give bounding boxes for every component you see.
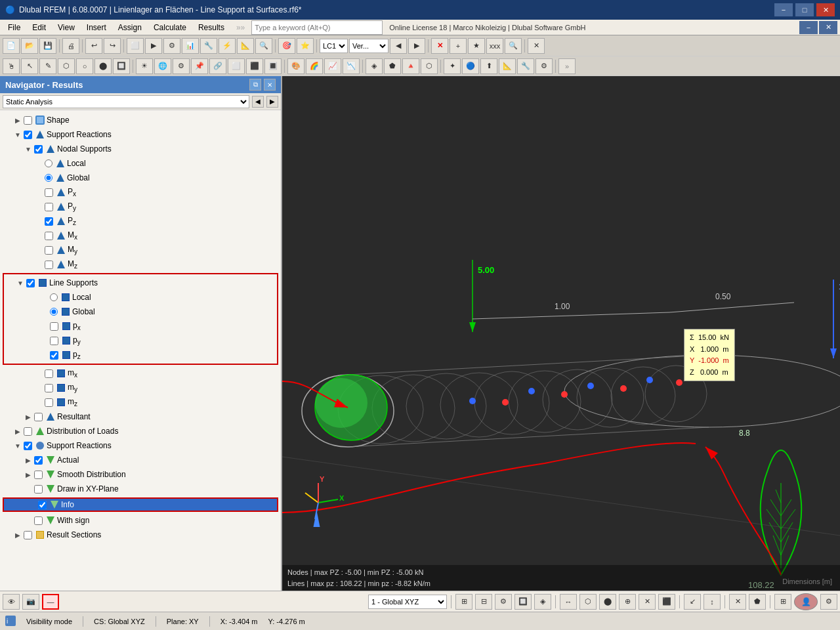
tb-open[interactable]: 📂 — [21, 38, 38, 54]
tb2-12[interactable]: 🔗 — [209, 58, 226, 74]
tree-node-smooth-dist[interactable]: ▶ Smooth Distribution — [0, 467, 281, 482]
tree-node-line-global[interactable]: Global — [5, 304, 276, 319]
tree-node-shape[interactable]: ▶ Shape — [0, 113, 281, 127]
cb-px[interactable] — [45, 188, 53, 197]
cb-draw-xy[interactable] — [34, 485, 43, 494]
search-input[interactable] — [251, 20, 383, 35]
tb-4[interactable]: 📊 — [182, 38, 199, 54]
tb2-26[interactable]: ⬆ — [480, 58, 497, 74]
tree-node-line-mz[interactable]: mz — [0, 395, 281, 410]
tb2-22[interactable]: 🔺 — [402, 58, 419, 74]
menu-results[interactable]: Results — [193, 22, 230, 33]
tb-bottom-9[interactable]: ⊕ — [619, 594, 636, 610]
tree-node-mx[interactable]: Mx — [0, 228, 281, 243]
filter-select[interactable]: Static Analysis — [3, 95, 249, 108]
radio-global[interactable] — [45, 174, 52, 182]
cb-line-my[interactable] — [45, 384, 53, 392]
tree-node-local[interactable]: Local — [0, 156, 281, 171]
tb-1[interactable]: ⬜ — [127, 38, 144, 54]
cb-nodal-supports[interactable] — [34, 145, 43, 154]
tb-x[interactable]: ✕ — [431, 38, 448, 54]
cb-actual[interactable] — [34, 456, 43, 465]
tb2-29[interactable]: ⚙ — [536, 58, 553, 74]
minimize-button[interactable]: − — [774, 3, 793, 16]
tb2-16[interactable]: 🎨 — [287, 58, 304, 74]
expand-result-sections[interactable]: ▶ — [13, 530, 22, 539]
tb-5[interactable]: 🔧 — [200, 38, 217, 54]
tb-bottom-15[interactable]: ⬟ — [749, 594, 766, 610]
viewport[interactable]: Visibility mode LC1 - Vertikallast / Ver… — [282, 76, 840, 591]
tb2-14[interactable]: ⬛ — [246, 58, 263, 74]
cb-line-mx[interactable] — [45, 369, 53, 378]
version-select[interactable]: Ver... — [349, 39, 388, 53]
tb-prev[interactable]: ◀ — [390, 38, 407, 54]
cb-line-supports[interactable] — [26, 279, 35, 287]
tb-bottom-14[interactable]: ✕ — [729, 594, 746, 610]
bottom-eye-btn[interactable]: 👁 — [3, 594, 20, 610]
menu-view[interactable]: View — [52, 22, 80, 33]
tree-node-line-local[interactable]: Local — [5, 290, 276, 304]
cb-pz[interactable] — [45, 217, 53, 226]
tree-node-support-reactions-2[interactable]: ▼ Support Reactions — [0, 438, 281, 453]
panel-restore-btn[interactable]: ⧉ — [249, 79, 261, 91]
tb-bottom-6[interactable]: ↔ — [560, 594, 577, 610]
tb-undo[interactable]: ↩ — [85, 38, 102, 54]
tb2-11[interactable]: 📌 — [191, 58, 208, 74]
tree-node-resultant[interactable]: ▶ Resultant — [0, 410, 281, 424]
tb-9[interactable]: 🎯 — [278, 38, 295, 54]
cb-line-pz[interactable] — [50, 351, 58, 360]
radio-line-global[interactable] — [50, 308, 58, 316]
tb2-15[interactable]: 🔳 — [264, 58, 282, 74]
expand-nodal-supports[interactable]: ▼ — [24, 144, 33, 154]
tree-node-pz[interactable]: Pz — [0, 214, 281, 228]
cb-info[interactable] — [38, 501, 47, 509]
tb2-20[interactable]: ◈ — [366, 58, 383, 74]
tree-node-py[interactable]: Py — [0, 200, 281, 214]
expand-resultant[interactable]: ▶ — [24, 412, 33, 421]
cb-mx[interactable] — [45, 232, 53, 240]
tree-node-result-sections[interactable]: ▶ Result Sections — [0, 528, 281, 542]
tree-node-line-mx[interactable]: mx — [0, 366, 281, 381]
tree-node-my[interactable]: My — [0, 243, 281, 257]
tree-node-support-reactions[interactable]: ▼ Support Reactions — [0, 127, 281, 142]
tree-node-mz[interactable]: Mz — [0, 257, 281, 272]
bottom-camera-btn[interactable]: 📷 — [22, 594, 39, 610]
tb-bottom-17[interactable]: ⚙ — [820, 594, 837, 610]
tb2-9[interactable]: 🌐 — [154, 58, 171, 74]
expand-line-supports[interactable]: ▼ — [16, 278, 25, 287]
menu-calculate[interactable]: Calculate — [148, 22, 192, 33]
cb-support-reactions-2[interactable] — [24, 442, 32, 450]
tb-new[interactable]: 📄 — [3, 38, 20, 54]
tb2-8[interactable]: ☀ — [136, 58, 153, 74]
tb2-3[interactable]: ✎ — [39, 58, 56, 74]
cb-line-mz[interactable] — [45, 398, 53, 407]
tb2-24[interactable]: ✦ — [444, 58, 461, 74]
cb-with-sign[interactable] — [34, 516, 43, 525]
tb2-7[interactable]: 🔲 — [113, 58, 130, 74]
tb-add[interactable]: + — [450, 38, 467, 54]
expand-support-reactions[interactable]: ▼ — [13, 130, 22, 139]
tb-next[interactable]: ▶ — [408, 38, 425, 54]
tree-node-nodal-supports[interactable]: ▼ Nodal Supports — [0, 142, 281, 156]
tb2-2[interactable]: ↖ — [21, 58, 38, 74]
tb2-17[interactable]: 🌈 — [306, 58, 323, 74]
tree-node-line-px[interactable]: px — [5, 319, 276, 333]
expand-distribution[interactable]: ▶ — [13, 427, 22, 436]
tb-save[interactable]: 💾 — [39, 38, 56, 54]
load-case-select[interactable]: LC1 — [320, 39, 348, 53]
tb-7[interactable]: 📐 — [237, 38, 254, 54]
tb2-5[interactable]: ○ — [76, 58, 93, 74]
tb2-18[interactable]: 📈 — [324, 58, 341, 74]
cb-mz[interactable] — [45, 261, 53, 269]
tb-bottom-2[interactable]: ⊟ — [475, 594, 492, 610]
tb-bottom-5[interactable]: ◈ — [534, 594, 551, 610]
cb-smooth-dist[interactable] — [34, 471, 43, 479]
bottom-line-btn[interactable]: — — [42, 594, 59, 610]
tb2-28[interactable]: 🔧 — [517, 58, 534, 74]
tb2-6[interactable]: ⬤ — [94, 58, 112, 74]
cb-result-sections[interactable] — [24, 531, 32, 539]
tree-node-global[interactable]: Global — [0, 171, 281, 185]
menu-insert[interactable]: Insert — [81, 22, 112, 33]
cb-shape[interactable] — [24, 116, 32, 125]
tb-bottom-7[interactable]: ⬡ — [579, 594, 597, 610]
